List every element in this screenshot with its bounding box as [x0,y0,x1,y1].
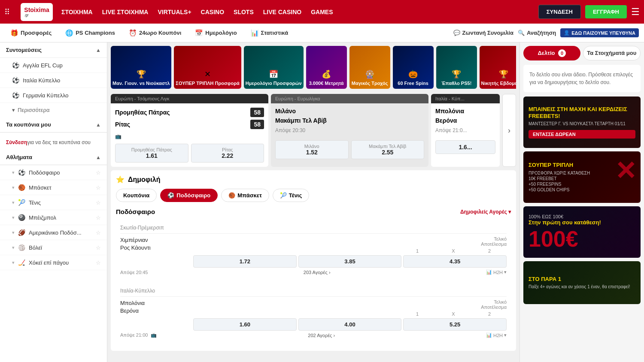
col-2-label-0: 2 [472,248,507,253]
grid-icon[interactable]: ⠿ [4,7,10,17]
nav-offers[interactable]: 🎁 Προσφορές [5,24,57,42]
live-match-body-2: Μπολόνια Βερόνα Απόψε 21:0... [431,103,500,138]
markets-link-0[interactable]: 203 Αγορές › [304,270,331,275]
shortcuts-header[interactable]: Συντομεύσεις ▲ [0,42,107,58]
sidebar-item-baseball[interactable]: ▾ 🎱 Μπέιζμπολ ☆ [0,210,107,225]
tab-coupons[interactable]: Κουπόνια [116,189,157,202]
banner-ps-cta[interactable]: ΕΝΤΑΣΣΕ ΔΩΡΕΑΝ [529,130,635,139]
tennis-tab-icon: 🎾 [280,192,287,199]
odd-1-val-1: 1.60 [195,321,295,328]
odd-button-4[interactable]: Μακάμπι Τελ Αβίβ 2.55 [351,140,425,159]
odd-1-cell-0[interactable]: 1.72 [193,255,297,268]
odd-value-2: 2.22 [194,152,262,159]
tab-basketball[interactable]: 🏀 Μπάσκετ [221,189,269,202]
sidebar-item-american-football[interactable]: ▾ 🏈 Αμερικάνικο Ποδόσ... ☆ [0,225,107,240]
match-teams-1: Μπολόνια Βερόνα [120,299,189,315]
my-bets-tab[interactable]: Τα Στοιχήματά μου [583,46,641,60]
nav-stoixima[interactable]: ΣΤΟΙΧΗΜΑ [61,9,93,15]
logo[interactable]: Stoixima .gr [21,3,53,21]
odd-2-cell-0[interactable]: 4.35 [403,255,507,268]
promo-icon-2: 📅 [269,69,278,79]
nav-24hr-coupon[interactable]: ⏰ 24ωρο Κουπόνι [124,24,186,42]
nav-live-casino[interactable]: LIVE CASINO [263,9,301,15]
odds-row-0: 1.72 3.85 4.35 [193,255,507,268]
sports-header[interactable]: Αθλήματα ▲ [0,150,107,165]
col-x-label-0: Χ [436,248,471,253]
star-icon-7[interactable]: ☆ [96,259,101,266]
shortcuts-more-button[interactable]: ▾ Περισσότερα [0,103,107,117]
star-icon-6[interactable]: ☆ [96,244,101,251]
h2h-label-1: H2H [493,333,503,338]
nav-games[interactable]: GAMES [311,9,333,15]
sidebar-item-italia-cup[interactable]: ⚽ Ιταλία Κύπελλο [0,73,107,88]
markets-link-1[interactable]: 202 Αγορές › [308,333,335,338]
sidebar-item-hockey[interactable]: ▾ 🏒 Χόκεϊ επί πάγου ☆ [0,255,107,270]
col-1-label-1: 1 [400,311,434,317]
promo-card-2[interactable]: 📅 Ημερολόγιο Προσφορών [244,46,304,89]
live-scroll-right[interactable]: › [502,94,516,167]
promo-card-6[interactable]: 🏆 Έπαθλο PS5! [436,46,477,89]
football-label: Ποδόσφαιρο [29,169,60,176]
odd-x-cell-0[interactable]: 3.85 [298,255,402,268]
promo-card-5[interactable]: 🎃 60 Free Spins [393,46,434,89]
search-button[interactable]: 🔍 Αναζήτηση [518,30,556,36]
live-chat-button[interactable]: 💬 Ζωντανή Συνομιλία [453,30,513,36]
banner-para1[interactable]: ΣΤΟ ΠΑΡΑ 1 Παίξε 4+ αγώνες και αν χάσεις… [523,261,641,304]
sidebar-item-germany-cup[interactable]: ⚽ Γερμανία Κύπελλο [0,88,107,103]
odd-1-cell-1[interactable]: 1.60 [193,318,297,331]
signin-button[interactable]: ΣΥΝΔΕΣΗ [538,5,581,19]
nav-statistics[interactable]: 📊 Στατιστικά [246,24,294,42]
sidebar-item-tennis[interactable]: ▾ 🎾 Τένις ☆ [0,195,107,210]
odd-2-cell-1[interactable]: 5.25 [403,318,507,331]
promo-card-7[interactable]: 🏆 Νικητής Εβδομάδας [480,46,516,89]
banner-ps-champions[interactable]: ΜΠΑΙΝΕΙΣ ΣΤΗ ΜΑΧΗ ΚΑΙ ΚΕΡΔΙΖΕΙΣ FREEBETS… [523,97,641,148]
nav-ps-champions[interactable]: 🌐 PS Champions [60,24,120,42]
star-icon[interactable]: ☆ [96,169,101,176]
hamburger-icon[interactable]: ☰ [631,6,640,18]
match-row-1: Ιταλία-Κύπελλο Μπολόνια Βερόνα Τελικό Απ… [116,283,511,343]
tab-football[interactable]: ⚽ Ποδόσφαιρο [160,189,218,202]
promo-card-3[interactable]: 💰 3.000€ Μετρητά [306,46,347,89]
tab-tennis[interactable]: 🎾 Τένις [273,189,309,202]
odd-button-3[interactable]: Μιλάνο 1.52 [275,140,349,159]
star-icon-4[interactable]: ☆ [96,214,101,221]
promo-card-4[interactable]: 🎡 Μαγικός Τροχός [349,46,390,89]
banner-super-triple[interactable]: ΣΟΥΠΕΡ ΤΡΙΠΛΗ ΠΡΟΣΦΟΡΑ ΧΩΡΙΣ ΚΑΤΑΘΕΣΗ 10… [523,151,641,203]
star-icon-2[interactable]: ☆ [96,184,101,191]
banner-bonus100[interactable]: 100% ΕΩΣ 100€ Στην πρώτη σου κατάθεση! 1… [523,206,641,258]
betslip-label: Δελτίο [538,50,555,56]
star-icon-5[interactable]: ☆ [96,229,101,236]
sidebar-item-efl-cup[interactable]: ⚽ Αγγλία EFL Cup [0,58,107,73]
odd-button-2[interactable]: Ρίτας 2.22 [191,144,264,163]
sidebar-item-football[interactable]: ▾ ⚽ Ποδόσφαιρο ☆ [0,165,107,180]
h2h-link-0[interactable]: 📊 H2H ▾ [486,269,507,275]
nav-live-stoixima[interactable]: LIVE ΣΤΟΙΧΗΜΑ [102,9,149,15]
markets-dropdown[interactable]: Δημοφιλείς Αγορές ▾ [460,209,511,215]
sidebar-item-basketball[interactable]: ▾ 🏀 Μπάσκετ ☆ [0,180,107,195]
triple-x-icon: ✕ [615,156,636,186]
nav-slots[interactable]: SLOTS [234,9,254,15]
nav-calendar[interactable]: 📅 Ημερολόγιο [190,24,242,42]
promo-card-1[interactable]: ✕ ΣΟΥΠΕΡ ΤΡΙΠΛΗ Προσφορά [174,46,241,89]
coupons-header[interactable]: Τα κουπόνια μου ▲ [0,117,107,133]
register-button[interactable]: ΕΓΓΡΑΦΗ [585,5,627,18]
banner-bonus-label: 100% ΕΩΣ 100€ [529,214,635,219]
live-match-body-1: Μιλάνο Μακάμπι Τελ Αβίβ Απόψε 20:30 [271,103,428,138]
signin-link[interactable]: Σύνδεση [6,139,27,145]
nav-casino[interactable]: CASINO [201,9,224,15]
match-content-1: Μπολόνια Βερόνα Τελικό Αποτέλεσμα 1 Χ 2 [120,299,507,331]
sidebar-item-volleyball[interactable]: ▾ 🏐 Βόλεϊ ☆ [0,240,107,255]
banner-ps-sub: ΜΑΝΤΣΕΣΤΕΡ Γ. VS ΝΙΟΥΚΑΣΤΛ ΤΕΤΑΡΤΗ 01/11 [529,121,635,127]
odd-x-cell-1[interactable]: 4.00 [298,318,402,331]
odd-button-1[interactable]: Προμηθέας Πάτρας 1.61 [115,144,188,163]
star-icon-3[interactable]: ☆ [96,199,101,206]
nav-virtuals[interactable]: VIRTUALS+ [158,9,191,15]
odd-2-val-1: 5.25 [405,321,504,328]
odd-button-5[interactable]: 1.6... [435,140,495,154]
h2h-link-1[interactable]: 📊 H2H ▾ [486,332,507,338]
live-match-time-1: Απόψε 20:30 [275,127,424,133]
main-content: 🏆 Μαν. Γιουν. vs Νιούκαστλ ✕ ΣΟΥΠΕΡ ΤΡΙΠ… [107,42,519,362]
betslip-tab[interactable]: Δελτίο 0 [523,46,580,60]
promo-card-0[interactable]: 🏆 Μαν. Γιουν. vs Νιούκαστλ [111,46,171,89]
chat-icon: 💬 [453,30,460,36]
